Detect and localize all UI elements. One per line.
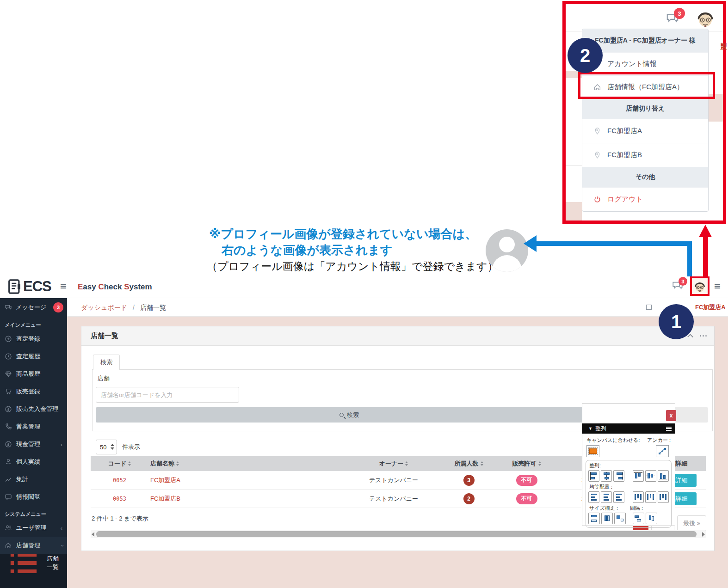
gap-vertical-button[interactable] — [646, 513, 657, 524]
gap-horizontal-button[interactable] — [633, 513, 644, 524]
sidebar-item-label: メッセージ — [16, 303, 46, 312]
distribute-left-button[interactable] — [633, 491, 644, 503]
search-button[interactable]: 検索 — [96, 407, 603, 423]
sidebar-item-label: 査定登録 — [16, 335, 40, 343]
card-header: 店舗一覧 — [81, 326, 714, 346]
align-panel-title: 整列 — [595, 425, 606, 433]
sidebar-item-label: 営業管理 — [16, 423, 40, 431]
close-icon[interactable]: x — [666, 410, 676, 421]
sidebar-item-info-browse[interactable]: 情報閲覧 — [0, 488, 67, 506]
col-header-permit[interactable]: 販売許可 — [488, 456, 565, 471]
scroll-right-icon[interactable] — [702, 532, 705, 537]
sidebar-item-user-management[interactable]: ユーザ管理 ‹ — [0, 519, 67, 537]
align-middle-v-button[interactable] — [645, 470, 656, 482]
menu-item-logout[interactable]: ログアウト — [582, 187, 708, 211]
sidebar-item-cash-management[interactable]: 現金管理 ‹ — [0, 435, 67, 453]
breadcrumb-dashboard-link[interactable]: ダッシュボード — [81, 304, 127, 312]
align-center-h-button[interactable] — [601, 470, 612, 482]
card-menu-icon[interactable] — [700, 335, 701, 337]
clipped-store-label-fragment: 盟店 — [720, 42, 727, 51]
cart-icon — [5, 388, 12, 395]
collapse-icon[interactable] — [687, 334, 693, 340]
note-line-3: （プロフィール画像は「アカウント情報」で登録できます） — [207, 259, 498, 274]
sidebar-toggle-icon[interactable]: ≡ — [60, 281, 67, 292]
blue-arrow — [537, 241, 692, 246]
sidebar-item-product-history[interactable]: 商品履歴 — [0, 365, 67, 383]
sidebar-item-label: 商品履歴 — [16, 370, 40, 378]
sidebar-item-personal-results[interactable]: 個人実績 — [0, 453, 67, 471]
sidebar-item-payment-management[interactable]: 販売先入金管理 — [0, 400, 67, 418]
ecs-logo-icon — [6, 278, 22, 295]
same-height-button[interactable] — [601, 513, 613, 524]
breadcrumb-current: 店舗一覧 — [140, 304, 166, 312]
page-button-last[interactable]: 最後 » — [677, 515, 706, 531]
note-line-1: ※プロフィール画像が登録されていない場合は、 — [209, 226, 477, 242]
settings-menu-icon[interactable]: ≡ — [714, 281, 721, 292]
annotation-screenshot-frame: 盟店 3 FC加盟店A - FC加盟店オーナー 様 アカウント情報 店舗情報 — [562, 1, 726, 224]
notifications-button[interactable]: 3 — [666, 12, 679, 25]
col-header-code[interactable]: コード — [91, 456, 148, 471]
sidebar-item-store-management[interactable]: 店舗管理 ‹ — [0, 537, 67, 554]
sidebar-item-sales-management[interactable]: 営業管理 — [0, 418, 67, 435]
store-name-link[interactable]: FC加盟店A — [148, 471, 338, 489]
align-left-button[interactable] — [588, 470, 599, 482]
sort-icon — [538, 461, 541, 466]
profile-avatar-button[interactable] — [690, 276, 709, 296]
notifications-button[interactable]: 3 — [672, 280, 684, 292]
same-width-button[interactable] — [588, 513, 600, 524]
chevron-left-icon: ‹ — [61, 441, 62, 448]
col-header-owner[interactable]: オーナー — [338, 456, 449, 471]
app-logo[interactable]: ECS — [6, 278, 51, 295]
sidebar-item-store-list-active[interactable]: 店舗一覧 — [0, 554, 67, 572]
same-size-button[interactable] — [614, 513, 626, 524]
sidebar-item-assessment-history[interactable]: 査定履歴 — [0, 348, 67, 365]
distribute-bottom-button[interactable] — [613, 491, 624, 503]
tab-search[interactable]: 検索 — [93, 355, 120, 370]
fit-canvas-button[interactable] — [586, 445, 599, 457]
sidebar-item-assessment-register[interactable]: 査定登録 — [0, 330, 67, 348]
panel-menu-icon[interactable] — [666, 427, 672, 431]
align-panel-top: x — [582, 403, 675, 423]
store-code-link[interactable]: 0052 — [91, 471, 148, 489]
red-arrow — [699, 225, 712, 237]
align-bottom-button[interactable] — [658, 470, 669, 482]
note-line-2: 右のような画像が表示されます — [222, 242, 392, 258]
anchor-icon — [658, 447, 666, 455]
horizontal-scrollbar[interactable] — [91, 530, 706, 538]
profile-avatar-button[interactable] — [694, 7, 716, 29]
store-name-link[interactable]: FC加盟店B — [148, 490, 338, 508]
scrollbar-thumb[interactable] — [96, 531, 697, 537]
menu-item-store-a[interactable]: FC加盟店A — [582, 119, 708, 143]
breadcrumb: ダッシュボード / 店舗一覧 FC加盟店A — [67, 298, 728, 317]
distribute-right-button[interactable] — [658, 491, 669, 503]
background-fragment — [566, 165, 582, 166]
sidebar-item-label: 情報閲覧 — [16, 493, 40, 501]
store-code-link[interactable]: 0053 — [91, 490, 148, 508]
message-count-badge: 3 — [53, 302, 63, 312]
align-top-button[interactable] — [633, 470, 644, 482]
sort-icon — [176, 461, 179, 466]
logo-text: ECS — [23, 278, 51, 295]
col-header-name[interactable]: 店舗名称 — [148, 456, 338, 471]
distribute-middle-button[interactable] — [601, 491, 612, 503]
col-header-members[interactable]: 所属人数 — [449, 456, 488, 471]
sidebar-item-aggregation[interactable]: 集計 — [0, 471, 67, 488]
sort-icon — [405, 461, 408, 466]
align-group: 整列: 均等配置 : — [586, 460, 672, 528]
page-size-select[interactable]: 50 — [96, 440, 117, 454]
permit-cell: 不可 — [488, 471, 565, 489]
store-search-input[interactable] — [96, 387, 239, 403]
distribute-center-button[interactable] — [645, 491, 656, 503]
fit-canvas-label: キャンバスに合わせる: — [586, 437, 640, 444]
sort-icon — [481, 461, 483, 466]
distribute-top-button[interactable] — [588, 491, 599, 503]
anchor-button[interactable] — [656, 445, 669, 457]
align-panel-titlebar[interactable]: ▼ 整列 — [582, 423, 675, 434]
dropdown-switch-header: 店舗切り替え — [582, 98, 708, 119]
sidebar-item-sales-register[interactable]: 販売登録 — [0, 383, 67, 400]
scroll-left-icon[interactable] — [92, 532, 94, 537]
sidebar-item-messages[interactable]: メッセージ 3 — [0, 298, 67, 317]
menu-item-store-b[interactable]: FC加盟店B — [582, 143, 708, 167]
card-title: 店舗一覧 — [91, 331, 118, 340]
align-right-button[interactable] — [613, 470, 624, 482]
